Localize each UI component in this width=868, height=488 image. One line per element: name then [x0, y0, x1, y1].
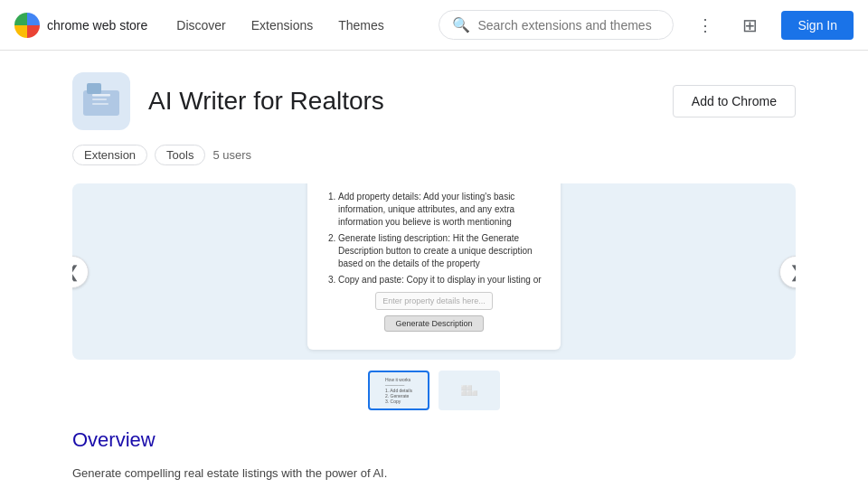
svg-rect-2 — [92, 94, 110, 97]
tag-tools[interactable]: Tools — [155, 145, 205, 165]
brand-name: chrome web store — [47, 18, 147, 33]
thumb2-preview: ⬜⬜⬜⬜⬜ — [461, 385, 477, 396]
users-count: 5 users — [212, 148, 251, 162]
tag-extension[interactable]: Extension — [72, 145, 147, 165]
nav-discover[interactable]: Discover — [165, 13, 236, 38]
carousel-thumbnails: How it works──────1. Add details2. Gener… — [72, 371, 796, 410]
carousel-content: How it works Add property details: Add y… — [289, 183, 579, 360]
btn-mock: Generate Description — [384, 315, 484, 332]
apps-grid-button[interactable]: ⊞ — [737, 9, 763, 42]
step-3: Copy and paste: Copy it to display in yo… — [338, 274, 542, 286]
search-icon: 🔍 — [452, 16, 470, 33]
search-bar[interactable]: 🔍 — [439, 10, 674, 40]
carousel-next-button[interactable]: ❯ — [779, 256, 796, 288]
grid-icon: ⊞ — [742, 14, 758, 36]
thumb1-inner: How it works──────1. Add details2. Gener… — [370, 372, 428, 408]
carousel-prev-button[interactable]: ❮ — [72, 256, 89, 288]
nav-extensions[interactable]: Extensions — [241, 13, 324, 38]
arrow-right-icon: ❯ — [789, 262, 797, 282]
topnav: chrome web store Discover Extensions The… — [0, 0, 868, 51]
step-2: Generate listing description: Hit the Ge… — [338, 232, 542, 270]
step-1: Add property details: Add your listing's… — [338, 191, 542, 229]
brand[interactable]: chrome web store — [14, 13, 147, 38]
svg-rect-1 — [87, 83, 101, 94]
more-options-button[interactable]: ⋮ — [692, 10, 719, 41]
carousel-steps: Add property details: Add your listing's… — [326, 191, 542, 286]
chrome-logo-icon — [14, 13, 40, 38]
tags-row: Extension Tools 5 users — [72, 145, 796, 165]
overview-title: Overview — [72, 428, 796, 452]
nav-themes[interactable]: Themes — [327, 13, 395, 38]
overview-section: Overview Generate compelling real estate… — [72, 428, 796, 488]
carousel: ❮ How it works Add property details: Add… — [72, 183, 796, 410]
thumb2-inner: ⬜⬜⬜⬜⬜ — [440, 372, 498, 408]
add-button-wrap: Add to Chrome — [673, 85, 796, 117]
signin-button[interactable]: Sign In — [781, 11, 854, 40]
svg-rect-4 — [92, 103, 108, 105]
arrow-left-icon: ❮ — [72, 262, 80, 282]
thumbnail-1[interactable]: How it works──────1. Add details2. Gener… — [368, 371, 429, 410]
svg-rect-3 — [92, 99, 107, 100]
carousel-main: ❮ How it works Add property details: Add… — [72, 183, 796, 360]
overview-para1: Generate compelling real estate listings… — [72, 465, 796, 483]
thumb1-preview: How it works──────1. Add details2. Gener… — [382, 374, 415, 407]
extension-header: AI Writer for Realtors Add to Chrome — [72, 72, 796, 130]
nav-links: Discover Extensions Themes — [165, 13, 395, 38]
thumbnail-2[interactable]: ⬜⬜⬜⬜⬜ — [439, 371, 500, 410]
add-to-chrome-button[interactable]: Add to Chrome — [673, 85, 796, 117]
carousel-card: How it works Add property details: Add y… — [307, 183, 561, 350]
main-content: AI Writer for Realtors Add to Chrome Ext… — [0, 51, 868, 488]
extension-title: AI Writer for Realtors — [148, 87, 384, 116]
search-input[interactable] — [477, 18, 660, 33]
extension-icon — [72, 72, 130, 130]
more-vert-icon: ⋮ — [697, 15, 713, 35]
input-mock: Enter property details here... — [375, 292, 493, 310]
